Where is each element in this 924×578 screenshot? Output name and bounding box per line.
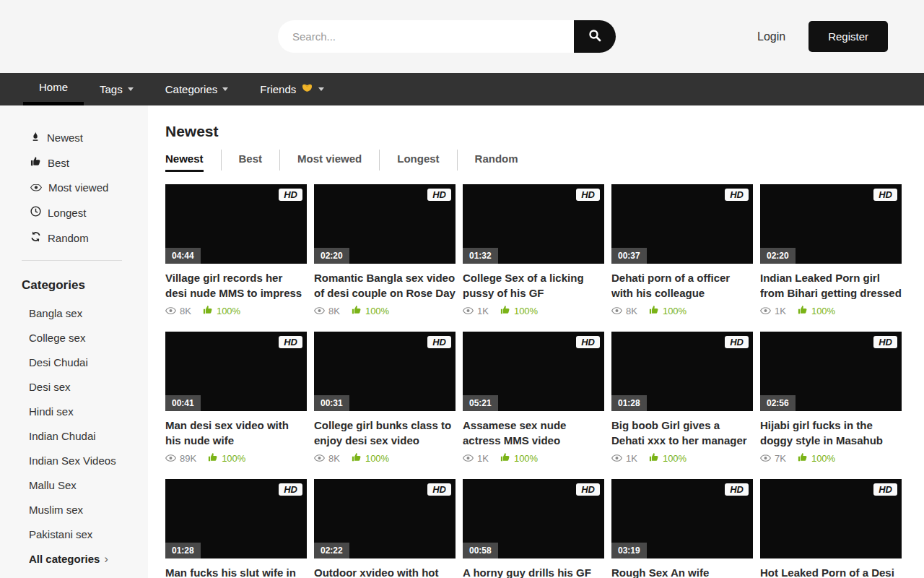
tab-random[interactable]: Random bbox=[457, 150, 536, 171]
video-title[interactable]: Hijabi girl fucks in the doggy style in … bbox=[760, 418, 902, 448]
view-count-value: 89K bbox=[180, 453, 196, 464]
video-thumbnail[interactable]: HD 01:28 bbox=[165, 479, 307, 558]
category-link[interactable]: Indian Chudai bbox=[29, 430, 96, 442]
hd-badge: HD bbox=[427, 336, 451, 348]
sidebar-item-longest[interactable]: Longest bbox=[30, 206, 148, 219]
category-link[interactable]: Desi sex bbox=[29, 381, 71, 393]
video-thumbnail[interactable]: HD 04:44 bbox=[165, 184, 307, 264]
video-title[interactable]: Hot Leaked Porn of a Desi Couple bbox=[760, 565, 902, 578]
video-title[interactable]: Rough Sex An wife bounces on her devar d… bbox=[611, 565, 753, 578]
eye-icon bbox=[463, 306, 474, 316]
hd-badge: HD bbox=[725, 483, 749, 496]
sidebar-item-random[interactable]: Random bbox=[30, 231, 148, 244]
category-link[interactable]: College sex bbox=[29, 332, 85, 344]
category-link[interactable]: Indian Sex Videos bbox=[29, 454, 116, 467]
nav-item-friends[interactable]: Friends bbox=[244, 73, 340, 105]
video-thumbnail[interactable]: HD 02:56 bbox=[760, 332, 902, 411]
eye-icon bbox=[463, 453, 474, 464]
rating-percent: 100% bbox=[798, 452, 835, 465]
hd-badge: HD bbox=[427, 189, 451, 201]
video-thumbnail[interactable]: HD 02:22 bbox=[314, 479, 456, 558]
video-title[interactable]: Man desi sex video with his nude wife bbox=[165, 418, 307, 448]
tab-longest[interactable]: Longest bbox=[379, 150, 456, 171]
rating-value: 100% bbox=[365, 306, 389, 316]
rating-value: 100% bbox=[514, 306, 538, 316]
video-thumbnail[interactable]: HD 00:41 bbox=[165, 332, 307, 411]
video-title[interactable]: Assamese sex nude actress MMS video bbox=[463, 418, 604, 448]
video-thumbnail[interactable]: HD 00:37 bbox=[611, 184, 753, 264]
thumb-up-icon bbox=[649, 452, 659, 465]
category-list-item: Mallu Sex bbox=[29, 479, 148, 492]
video-card: HD 00:41 Man desi sex video with his nud… bbox=[165, 332, 307, 465]
category-link[interactable]: Mallu Sex bbox=[29, 479, 77, 491]
view-count-value: 1K bbox=[775, 306, 786, 316]
video-thumbnail[interactable]: HD 02:20 bbox=[314, 184, 456, 264]
search-input[interactable] bbox=[278, 20, 574, 53]
nav-item-categories[interactable]: Categories bbox=[149, 73, 245, 105]
thumb-up-icon bbox=[203, 305, 213, 317]
all-categories-link[interactable]: All categories› bbox=[29, 553, 148, 566]
category-link[interactable]: Pakistani sex bbox=[29, 528, 92, 540]
video-meta: 8K 100% bbox=[314, 452, 456, 465]
video-thumbnail[interactable]: HD 00:58 bbox=[463, 479, 604, 558]
eye-icon bbox=[314, 453, 325, 464]
rating-percent: 100% bbox=[203, 305, 240, 317]
sidebar-item-best[interactable]: Best bbox=[30, 156, 148, 169]
category-link[interactable]: Desi Chudai bbox=[29, 356, 88, 368]
video-thumbnail[interactable]: HD 03:19 bbox=[611, 479, 753, 558]
view-count-value: 7K bbox=[775, 453, 786, 464]
video-meta: 7K 100% bbox=[760, 452, 902, 465]
video-card: HD 02:56 Hijabi girl fucks in the doggy … bbox=[760, 332, 902, 465]
duration-badge: 02:22 bbox=[314, 543, 349, 558]
category-link[interactable]: Hindi sex bbox=[29, 405, 74, 418]
video-thumbnail[interactable]: HD bbox=[760, 479, 902, 558]
category-list-item: Bangla sex bbox=[29, 307, 148, 320]
sidebar-item-most-viewed[interactable]: Most viewed bbox=[30, 181, 148, 194]
video-title[interactable]: College girl bunks class to enjoy desi s… bbox=[314, 418, 456, 448]
video-meta: 89K 100% bbox=[165, 452, 307, 465]
hd-badge: HD bbox=[576, 336, 600, 348]
rating-percent: 100% bbox=[352, 305, 389, 317]
video-title[interactable]: Indian Leaked Porn girl from Bihari gett… bbox=[760, 270, 902, 301]
video-title[interactable]: Romantic Bangla sex video of desi couple… bbox=[314, 270, 456, 301]
video-thumbnail[interactable]: HD 00:31 bbox=[314, 332, 456, 411]
sidebar-most-viewed-label: Most viewed bbox=[48, 181, 108, 194]
video-thumbnail[interactable]: HD 01:28 bbox=[611, 332, 753, 411]
nav-item-home[interactable]: Home bbox=[23, 73, 84, 105]
rating-percent: 100% bbox=[352, 452, 389, 465]
view-count: 8K bbox=[165, 306, 191, 316]
search-button[interactable] bbox=[574, 20, 616, 53]
video-title[interactable]: College Sex of a licking pussy of his GF bbox=[463, 270, 604, 301]
sidebar-item-newest[interactable]: Newest bbox=[30, 131, 148, 144]
video-title[interactable]: A horny guy drills his GF tight pussy at… bbox=[463, 565, 604, 578]
video-title[interactable]: Big boob Girl gives a Dehati xxx to her … bbox=[611, 418, 753, 448]
login-link[interactable]: Login bbox=[757, 30, 785, 43]
tab-most-viewed[interactable]: Most viewed bbox=[279, 150, 379, 171]
category-link[interactable]: Bangla sex bbox=[29, 307, 82, 319]
tab-best[interactable]: Best bbox=[221, 150, 280, 171]
duration-badge: 00:41 bbox=[165, 395, 201, 411]
register-button[interactable]: Register bbox=[808, 21, 888, 52]
view-count-value: 1K bbox=[626, 453, 637, 464]
category-link[interactable]: Muslim sex bbox=[29, 504, 83, 516]
video-title[interactable]: Dehati porn of a officer with his collea… bbox=[611, 270, 753, 301]
top-header: Login Register bbox=[0, 0, 924, 73]
video-thumbnail[interactable]: HD 05:21 bbox=[463, 332, 604, 411]
sidebar-sort-list: Newest Best Most viewed Longest Random bbox=[0, 131, 148, 244]
duration-badge: 04:44 bbox=[165, 248, 201, 264]
nav-item-tags[interactable]: Tags bbox=[84, 73, 149, 105]
video-title[interactable]: Man fucks his slut wife in Dehati sex bbox=[165, 565, 307, 578]
video-card: HD 02:22 Outdoor xvideo with hot randi bbox=[314, 479, 456, 578]
view-count-value: 8K bbox=[328, 306, 340, 316]
category-list-item: Hindi sex bbox=[29, 405, 148, 418]
category-list: Bangla sex College sex Desi Chudai Desi … bbox=[0, 307, 148, 541]
tab-newest[interactable]: Newest bbox=[165, 150, 221, 171]
category-list-item: Muslim sex bbox=[29, 504, 148, 517]
video-thumbnail[interactable]: HD 02:20 bbox=[760, 184, 902, 264]
video-thumbnail[interactable]: HD 01:32 bbox=[463, 184, 604, 264]
video-title[interactable]: Village girl records her desi nude MMS t… bbox=[165, 270, 307, 301]
category-list-item: Indian Chudai bbox=[29, 430, 148, 443]
thumb-up-icon bbox=[208, 452, 218, 465]
video-title[interactable]: Outdoor xvideo with hot randi bbox=[314, 565, 456, 578]
video-meta: 1K 100% bbox=[611, 452, 753, 465]
